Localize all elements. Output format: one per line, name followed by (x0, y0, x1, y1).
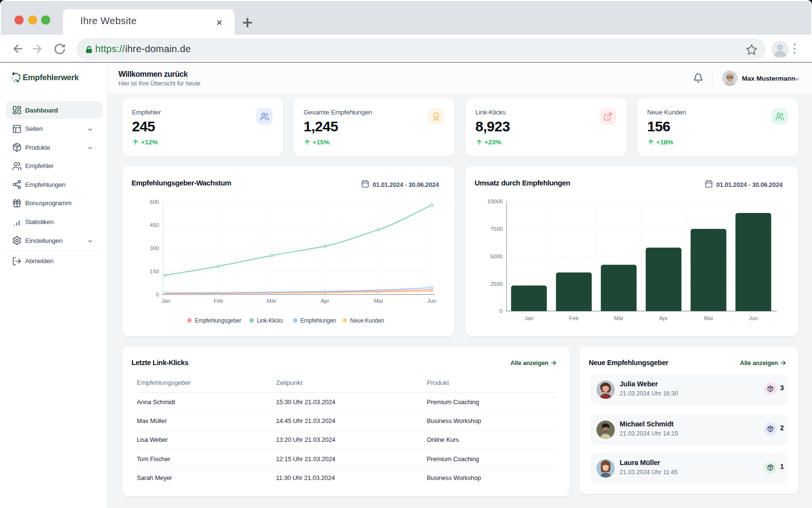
svg-text:Mai: Mai (374, 298, 383, 304)
svg-text:Jan: Jan (524, 315, 534, 321)
svg-text:Jun: Jun (749, 315, 758, 321)
svg-text:Mär: Mär (614, 315, 624, 321)
svg-text:2500: 2500 (490, 281, 503, 287)
svg-text:600: 600 (150, 199, 159, 205)
svg-text:Neue Kunden: Neue Kunden (350, 317, 384, 324)
svg-text:Apr: Apr (659, 315, 668, 321)
svg-text:5000: 5000 (490, 254, 503, 259)
svg-text:Mai: Mai (704, 315, 713, 321)
svg-text:10000: 10000 (487, 198, 503, 204)
svg-text:Jun: Jun (427, 298, 436, 304)
svg-text:300: 300 (150, 245, 159, 251)
svg-text:0: 0 (156, 292, 159, 297)
svg-text:Jan: Jan (161, 298, 171, 304)
svg-text:150: 150 (150, 268, 159, 274)
svg-text:Apr: Apr (320, 298, 329, 304)
svg-text:Empfehlungsgeber: Empfehlungsgeber (195, 317, 241, 324)
svg-text:Feb: Feb (569, 315, 579, 321)
svg-text:0: 0 (500, 308, 503, 314)
svg-text:Feb: Feb (214, 298, 223, 304)
svg-text:450: 450 (150, 222, 159, 228)
svg-text:Empfehlungen: Empfehlungen (300, 317, 336, 324)
svg-text:Mär: Mär (267, 298, 276, 304)
svg-text:Link-Klicks: Link-Klicks (257, 317, 283, 324)
svg-text:7500: 7500 (490, 226, 503, 232)
